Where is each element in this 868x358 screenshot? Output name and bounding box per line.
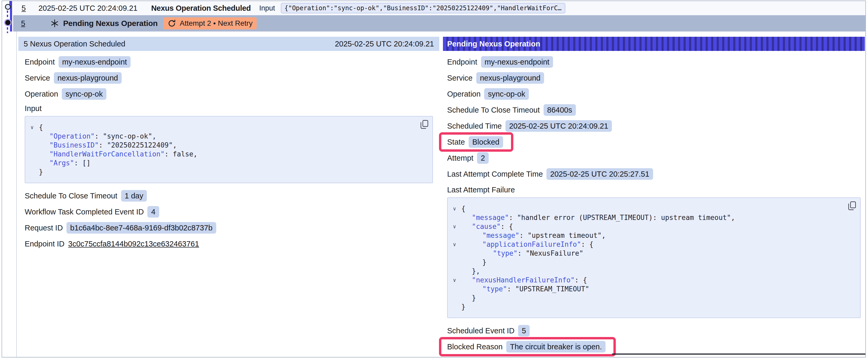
field-endpoint-id: Endpoint ID 3c0c75ccfa8144b092c13ce63246… — [25, 238, 433, 250]
code-line: "BusinessID": "20250225122409", — [25, 141, 414, 150]
event-id-link[interactable]: 5 — [22, 4, 26, 12]
code-gutter — [25, 167, 39, 176]
field-value-badge: nexus-playground — [54, 72, 122, 84]
field-scheduled-event-id: Scheduled Event ID 5 — [447, 325, 861, 336]
input-json-viewer: ∨{"Operation": "sync-op-ok","BusinessID"… — [25, 116, 433, 183]
field-schedule-to-close-timeout: Schedule To Close Timeout 1 day — [25, 190, 433, 202]
code-gutter — [448, 231, 461, 240]
event-panel-timestamp: 2025-02-25 UTC 20:24:09.21 — [335, 40, 434, 48]
field-label: Service — [25, 74, 50, 83]
code-text: "message": "upstream timeout", — [461, 231, 606, 240]
code-gutter — [448, 293, 461, 302]
field-value-badge: 5 — [518, 325, 530, 336]
detail-left-border — [16, 32, 17, 357]
timeline-event-selected-circle-icon[interactable] — [5, 20, 10, 25]
field-value-badge: my-nexus-endpoint — [481, 56, 553, 68]
field-label: Attempt — [447, 154, 473, 162]
bottom-window-edge — [612, 354, 866, 355]
event-title: Nexus Operation Scheduled — [151, 4, 251, 12]
code-text: } — [39, 167, 43, 176]
code-text: } — [461, 302, 466, 311]
collapse-chevron-icon[interactable]: ∨ — [448, 275, 461, 285]
field-label: Service — [447, 74, 473, 83]
attempt-retry-label: Attempt 2 • Next Retry — [180, 19, 252, 28]
event-detail-panel: 5 Nexus Operation Scheduled 2025-02-25 U… — [19, 37, 439, 259]
code-gutter — [25, 159, 39, 167]
code-text: }, — [461, 267, 480, 275]
field-label: Blocked Reason — [447, 343, 502, 351]
code-line: "Operation": "sync-op-ok", — [25, 132, 414, 141]
field-label: Last Attempt Complete Time — [447, 170, 543, 178]
code-line: "message": "handler error (UPSTREAM_TIME… — [448, 213, 842, 222]
pending-operation-panel: Pending Nexus Operation Endpoint my-nexu… — [443, 37, 865, 357]
event-panel-title: 5 Nexus Operation Scheduled — [24, 40, 125, 48]
code-line: "message": "upstream timeout", — [448, 231, 842, 240]
field-service: Service nexus-playground — [447, 72, 861, 84]
code-text: "Args": [] — [39, 159, 91, 167]
event-title: Pending Nexus Operation — [63, 19, 158, 28]
field-schedule-to-close-timeout: Schedule To Close Timeout 86400s — [447, 104, 861, 116]
field-operation: Operation sync-op-ok — [447, 88, 861, 100]
event-row-pending-nexus-operation[interactable]: 5 Pending Nexus Operation Attempt 2 • Ne… — [13, 15, 865, 32]
copy-icon[interactable] — [420, 120, 429, 130]
code-text: "HandlerWaitForCancellation": false, — [39, 150, 197, 159]
field-label: Endpoint ID — [25, 240, 65, 248]
code-line: "HandlerWaitForCancellation": false, — [25, 150, 414, 159]
code-line: ∨{ — [448, 204, 842, 213]
code-line: ∨"applicationFailureInfo": { — [448, 240, 842, 249]
field-workflow-task-completed-event-id: Workflow Task Completed Event ID 4 — [25, 206, 433, 218]
collapse-chevron-icon[interactable]: ∨ — [25, 123, 39, 132]
code-text: "message": "handler error (UPSTREAM_TIME… — [461, 213, 735, 222]
retry-icon — [167, 19, 176, 28]
endpoint-id-link[interactable]: 3c0c75ccfa8144b092c13ce632463761 — [68, 240, 199, 248]
field-label: Endpoint — [25, 58, 55, 66]
code-line: ∨"nexusHandlerFailureInfo": { — [448, 275, 842, 285]
field-label: State — [447, 138, 465, 147]
field-value-badge: nexus-playground — [476, 72, 544, 84]
field-value-badge: 2025-02-25 UTC 20:25:27.51 — [547, 168, 653, 180]
input-label: Input — [259, 4, 275, 12]
field-label: Request ID — [25, 224, 63, 232]
field-value-badge: 1 day — [121, 190, 147, 202]
field-endpoint: Endpoint my-nexus-endpoint — [25, 56, 433, 68]
field-label: Endpoint — [447, 58, 477, 66]
copy-icon[interactable] — [847, 201, 857, 211]
code-line: "type": "NexusFailure" — [448, 249, 842, 258]
input-section-label: Input — [25, 104, 433, 113]
field-value-badge: sync-op-ok — [62, 88, 106, 100]
code-text: "applicationFailureInfo": { — [461, 240, 593, 249]
field-label: Operation — [25, 90, 58, 98]
field-label: Workflow Task Completed Event ID — [25, 207, 144, 216]
code-text: "BusinessID": "20250225122409", — [39, 141, 177, 150]
event-row-nexus-operation-scheduled[interactable]: 5 2025-02-25 UTC 20:24:09.21 Nexus Opera… — [13, 1, 865, 15]
timeline-event-open-circle-icon[interactable] — [5, 4, 11, 10]
collapse-chevron-icon[interactable]: ∨ — [448, 240, 461, 249]
event-id-link[interactable]: 5 — [21, 19, 25, 28]
pending-panel-header: Pending Nexus Operation — [443, 37, 865, 51]
blocked-reason-value-badge: The circuit breaker is open. — [506, 341, 606, 353]
attempt-retry-badge: Attempt 2 • Next Retry — [163, 17, 257, 29]
code-text: { — [461, 204, 466, 213]
code-gutter — [448, 302, 461, 311]
code-line: ∨"cause": { — [448, 222, 842, 231]
collapse-chevron-icon[interactable]: ∨ — [448, 222, 461, 231]
code-gutter — [25, 132, 39, 141]
code-gutter — [448, 249, 461, 258]
code-line: }, — [448, 267, 842, 275]
field-label: Schedule To Close Timeout — [25, 192, 118, 200]
app-window: 5 2025-02-25 UTC 20:24:09.21 Nexus Opera… — [2, 1, 866, 357]
collapse-chevron-icon[interactable]: ∨ — [448, 204, 461, 213]
field-operation: Operation sync-op-ok — [25, 88, 433, 100]
event-panel-header: 5 Nexus Operation Scheduled 2025-02-25 U… — [19, 37, 439, 51]
field-label: Schedule To Close Timeout — [447, 106, 540, 115]
code-line: } — [25, 167, 414, 176]
last-attempt-failure-label: Last Attempt Failure — [447, 186, 861, 194]
field-scheduled-time: Scheduled Time 2025-02-25 UTC 20:24:09.2… — [447, 120, 861, 132]
field-label: Operation — [447, 90, 480, 98]
code-text: { — [39, 123, 43, 132]
code-text: } — [461, 293, 476, 302]
code-line: } — [448, 293, 842, 302]
code-gutter — [448, 285, 461, 293]
field-value-badge: 2025-02-25 UTC 20:24:09.21 — [505, 120, 612, 132]
code-line: "Args": [] — [25, 159, 414, 167]
